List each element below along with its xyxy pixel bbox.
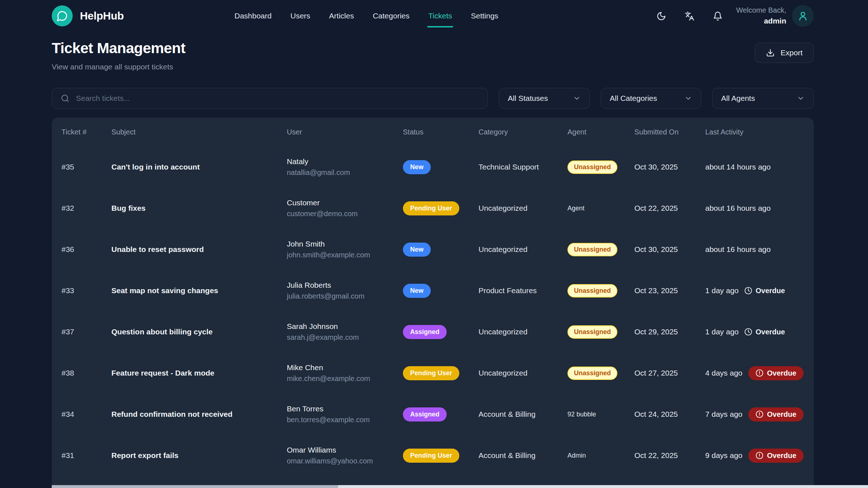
agent-badge: Unassigned (567, 243, 617, 256)
brand[interactable]: HelpHub (52, 5, 124, 26)
page-header-text: Ticket Management View and manage all su… (52, 40, 186, 71)
activity-text: 7 days ago (705, 410, 743, 419)
ticket-category: Technical Support (478, 163, 567, 171)
table-row[interactable]: #38 Feature request - Dark mode Mike Che… (52, 352, 814, 394)
overdue-label: Overdue (767, 410, 796, 419)
table-row[interactable]: #31 Report export fails Omar Williams om… (52, 435, 814, 476)
overdue-indicator: Overdue (744, 328, 785, 336)
ticket-number: #32 (61, 204, 111, 213)
category-filter-dropdown[interactable]: All Categories (601, 88, 701, 109)
bell-icon[interactable] (710, 8, 725, 23)
last-activity-cell: 4 days ago Overdue (705, 366, 814, 380)
column-header-status: Status (403, 128, 478, 136)
agent-badge: Unassigned (567, 284, 617, 297)
activity-text: 1 day ago (705, 286, 739, 295)
column-header-agent: Agent (567, 128, 634, 136)
ticket-number: #33 (61, 286, 111, 295)
chat-bubble-icon (52, 5, 73, 26)
nav-item-users[interactable]: Users (290, 0, 310, 32)
status-badge: Pending User (403, 201, 459, 215)
search-input[interactable] (76, 94, 479, 103)
status-badge: Pending User (403, 366, 459, 380)
chevron-down-icon (684, 94, 692, 102)
status-filter-dropdown[interactable]: All Statuses (499, 88, 590, 109)
column-header-subject: Subject (111, 128, 287, 136)
chevron-down-icon (573, 94, 581, 102)
download-icon (766, 48, 775, 57)
main-nav: Dashboard Users Articles Categories Tick… (234, 0, 498, 32)
submitted-date: Oct 22, 2025 (634, 451, 705, 460)
agent-badge: Agent (567, 205, 584, 212)
ticket-user: Sarah Johnson sarah.j@example.com (287, 322, 403, 342)
user-name: John Smith (287, 240, 398, 248)
ticket-number: #37 (61, 328, 111, 336)
table-row[interactable]: #35 Can't log in into account Nataly nat… (52, 146, 814, 188)
table-row[interactable]: #34 Refund confirmation not received Ben… (52, 394, 814, 435)
clock-icon (744, 287, 752, 295)
translate-icon[interactable] (682, 8, 697, 23)
export-button[interactable]: Export (755, 43, 814, 63)
user-name: Sarah Johnson (287, 322, 398, 331)
ticket-subject: Seat map not saving changes (111, 286, 287, 295)
nav-item-categories[interactable]: Categories (373, 0, 410, 32)
nav-item-tickets[interactable]: Tickets (428, 0, 452, 32)
ticket-subject: Report export fails (111, 451, 287, 460)
table-row[interactable]: #32 Bug fixes Customer customer@demo.com… (52, 188, 814, 229)
activity-text: 9 days ago (705, 451, 743, 460)
submitted-date: Oct 30, 2025 (634, 245, 705, 254)
user-email: john.smith@example.com (287, 251, 398, 259)
overdue-indicator: Overdue (744, 287, 785, 295)
username: admin (736, 16, 786, 26)
user-email: mike.chen@example.com (287, 374, 398, 383)
agent-badge: Unassigned (567, 160, 617, 174)
submitted-date: Oct 23, 2025 (634, 286, 705, 295)
ticket-agent-cell: Agent (567, 205, 634, 212)
status-badge: New (403, 160, 431, 174)
status-badge: Assigned (403, 325, 447, 339)
submitted-date: Oct 27, 2025 (634, 369, 705, 377)
table-row[interactable]: #33 Seat map not saving changes Julia Ro… (52, 270, 814, 311)
user-email: ben.torres@example.com (287, 416, 398, 424)
moon-icon[interactable] (654, 8, 669, 23)
ticket-category: Uncategorized (478, 204, 567, 213)
nav-item-dashboard[interactable]: Dashboard (234, 0, 272, 32)
overdue-label: Overdue (767, 451, 796, 460)
table-row[interactable]: #36 Unable to reset password John Smith … (52, 229, 814, 270)
last-activity-cell: about 16 hours ago (705, 245, 814, 254)
scrollbar-thumb[interactable] (52, 485, 338, 488)
table-row[interactable]: #37 Question about billing cycle Sarah J… (52, 311, 814, 352)
ticket-agent-cell: Admin (567, 452, 634, 459)
last-activity-cell: 1 day ago Overdue (705, 286, 814, 295)
nav-item-articles[interactable]: Articles (329, 0, 354, 32)
page-header: Ticket Management View and manage all su… (0, 40, 868, 71)
agent-filter-dropdown[interactable]: All Agents (712, 88, 814, 109)
status-badge: Assigned (403, 407, 447, 421)
activity-text: 4 days ago (705, 369, 743, 377)
nav-item-settings[interactable]: Settings (471, 0, 498, 32)
ticket-agent-cell: Unassigned (567, 325, 634, 339)
ticket-number: #31 (61, 451, 111, 460)
user-email: natallia@gmail.com (287, 168, 398, 177)
column-header-submitted: Submitted On (634, 128, 705, 136)
ticket-status-cell: New (403, 243, 478, 257)
horizontal-scrollbar[interactable] (52, 485, 868, 488)
column-header-ticket: Ticket # (61, 128, 111, 136)
ticket-status-cell: Pending User (403, 201, 478, 215)
agent-badge: Unassigned (567, 325, 617, 339)
overdue-label: Overdue (756, 328, 785, 336)
ticket-status-cell: New (403, 160, 478, 174)
column-header-activity: Last Activity (705, 128, 814, 136)
avatar[interactable] (792, 5, 814, 27)
ticket-subject: Can't log in into account (111, 163, 287, 171)
status-filter-value: All Statuses (508, 94, 548, 103)
column-header-category: Category (478, 128, 567, 136)
alert-circle-icon (756, 451, 763, 459)
user-email: omar.williams@yahoo.com (287, 457, 398, 465)
search-box (52, 88, 488, 109)
overdue-badge: Overdue (748, 407, 804, 421)
overdue-label: Overdue (756, 287, 785, 295)
ticket-agent-cell: 92 bubble (567, 411, 634, 418)
user-name: Ben Torres (287, 404, 398, 413)
ticket-category: Uncategorized (478, 245, 567, 254)
last-activity-cell: 9 days ago Overdue (705, 449, 814, 463)
